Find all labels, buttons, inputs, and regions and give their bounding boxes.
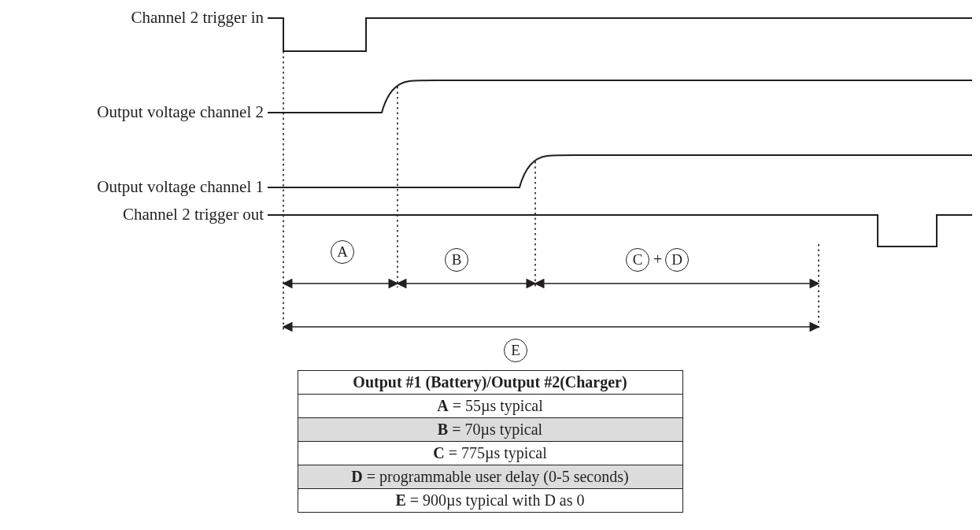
marker-D: D	[665, 248, 689, 272]
table-row-A: A = 55µs typical	[298, 395, 682, 418]
signal-label-ch2-trigger-in: Channel 2 trigger in	[131, 8, 264, 28]
waveform-output-ch1	[268, 155, 972, 187]
marker-C: C	[626, 248, 649, 272]
table-row-E: E = 900µs typical with D as 0	[298, 489, 682, 513]
signal-label-output-ch1: Output voltage channel 1	[97, 177, 264, 197]
marker-B: B	[445, 248, 468, 272]
marker-A: A	[331, 240, 354, 264]
marker-plus: +	[653, 250, 662, 269]
signal-label-ch2-trigger-out: Channel 2 trigger out	[123, 205, 264, 224]
table-header: Output #1 (Battery)/Output #2(Charger)	[298, 371, 682, 395]
waveform-ch2-trigger-out	[268, 215, 972, 246]
timing-table: Output #1 (Battery)/Output #2(Charger) A…	[298, 370, 683, 513]
waveform-ch2-trigger-in	[268, 18, 972, 51]
table-row-D: D = programmable user delay (0-5 seconds…	[298, 465, 682, 489]
table-row-C: C = 775µs typical	[298, 442, 682, 465]
signal-label-output-ch2: Output voltage channel 2	[97, 102, 264, 122]
timing-diagram: Channel 2 trigger in Output voltage chan…	[8, 8, 972, 362]
table-row-B: B = 70µs typical	[298, 418, 682, 442]
waveform-output-ch2	[268, 80, 972, 113]
marker-E: E	[504, 339, 527, 362]
